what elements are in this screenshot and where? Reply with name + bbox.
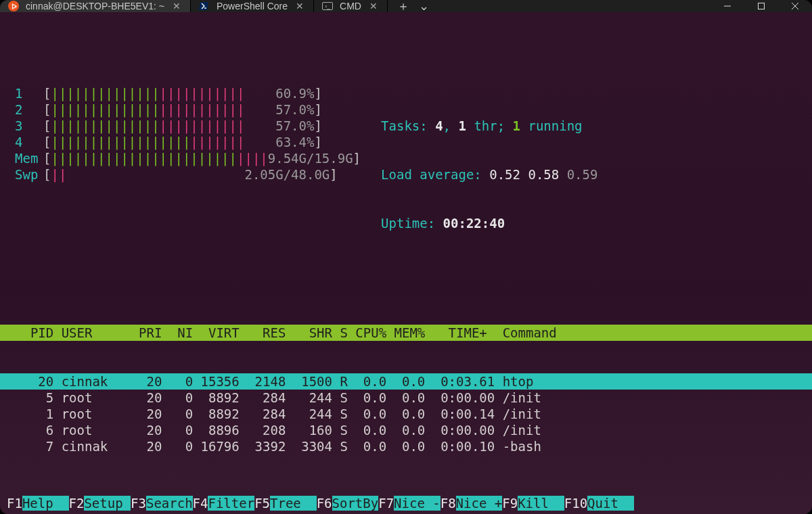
svg-point-1 [15, 5, 16, 7]
fkey[interactable]: F3 [131, 496, 146, 511]
process-list: 20 cinnak 20 0 15356 2148 1500 R 0.0 0.0… [0, 373, 812, 454]
fkey[interactable]: F5 [254, 496, 270, 511]
process-row[interactable]: 1 root 20 0 8892 284 244 S 0.0 0.0 0:00.… [0, 406, 812, 422]
minimize-button[interactable] [710, 0, 744, 12]
tab-label: PowerShell Core [217, 1, 288, 11]
fkey-label[interactable]: Kill [518, 496, 564, 511]
fkey-label[interactable]: Quit [587, 496, 634, 511]
cpu-meter: 3 [||||||||||||||||||||||||| 57.0%] [15, 118, 361, 134]
cmd-icon: ›_ [322, 2, 333, 10]
process-row[interactable]: 6 root 20 0 8896 208 160 S 0.0 0.0 0:00.… [0, 422, 812, 438]
terminal-body[interactable]: 1 [||||||||||||||||||||||||| 60.9%]2 [||… [0, 12, 812, 514]
maximize-button[interactable] [744, 0, 778, 12]
close-button[interactable] [778, 0, 812, 12]
tab-dropdown-button[interactable]: ⌄ [419, 0, 429, 12]
tab-close-icon[interactable]: ✕ [296, 1, 304, 11]
fkey[interactable]: F10 [564, 496, 587, 511]
mem-meter: Mem[||||||||||||||||||||||||||||9.54G/15… [15, 150, 361, 166]
window-controls [710, 0, 812, 12]
tab[interactable]: ›_CMD✕ [314, 0, 388, 12]
titlebar: cinnak@DESKTOP-BHE5EV1: ~✕PowerShell Cor… [0, 0, 812, 12]
tab-controls: ＋ ⌄ [388, 0, 436, 12]
process-header-row[interactable]: PID USER PRI NI VIRT RES SHR S CPU% MEM%… [0, 325, 812, 341]
fkey-label[interactable]: Setup [84, 496, 131, 511]
fkey-bar: F1Help F2Setup F3SearchF4FilterF5Tree F6… [0, 495, 812, 511]
svg-point-3 [12, 7, 13, 9]
cpu-meter: 2 [||||||||||||||||||||||||| 57.0%] [15, 101, 361, 118]
powershell-icon [199, 1, 210, 11]
fkey[interactable]: F4 [193, 496, 208, 511]
fkey-label[interactable]: Tree [270, 496, 317, 511]
tab-strip: cinnak@DESKTOP-BHE5EV1: ~✕PowerShell Cor… [0, 0, 388, 12]
fkey[interactable]: F8 [441, 496, 456, 511]
tab[interactable]: PowerShell Core✕ [191, 0, 314, 12]
cpu-meter: 4 [||||||||||||||||||||||||| 63.4%] [15, 134, 361, 150]
summary-panel: Tasks: 4, 1 thr; 1 running Load average:… [361, 85, 597, 264]
fkey-label[interactable]: Help [22, 496, 69, 511]
terminal-window: cinnak@DESKTOP-BHE5EV1: ~✕PowerShell Cor… [0, 0, 812, 514]
fkey[interactable]: F6 [317, 496, 332, 511]
swp-meter: Swp[|| 2.05G/48.0G] [15, 166, 361, 183]
svg-point-2 [12, 3, 13, 5]
tab-label: cinnak@DESKTOP-BHE5EV1: ~ [26, 1, 164, 11]
fkey[interactable]: F9 [502, 496, 518, 511]
svg-rect-4 [759, 3, 765, 9]
ubuntu-icon [8, 1, 19, 11]
load-line: Load average: 0.52 0.58 0.59 [381, 166, 597, 183]
fkey-label[interactable]: SortBy [332, 496, 379, 511]
tab-close-icon[interactable]: ✕ [173, 1, 181, 11]
fkey[interactable]: F1 [7, 496, 22, 511]
svg-point-0 [12, 5, 16, 8]
process-row[interactable]: 5 root 20 0 8892 284 244 S 0.0 0.0 0:00.… [0, 390, 812, 406]
process-row[interactable]: 7 cinnak 20 0 16796 3392 3304 S 0.0 0.0 … [0, 438, 812, 454]
tab-label: CMD [340, 1, 361, 11]
tab[interactable]: cinnak@DESKTOP-BHE5EV1: ~✕ [0, 0, 191, 12]
fkey[interactable]: F7 [378, 496, 394, 511]
fkey[interactable]: F2 [69, 496, 85, 511]
meters-panel: 1 [||||||||||||||||||||||||| 60.9%]2 [||… [0, 85, 361, 264]
fkey-label[interactable]: Nice - [394, 496, 441, 511]
fkey-label[interactable]: Filter [208, 496, 254, 511]
cpu-meter: 1 [||||||||||||||||||||||||| 60.9%] [15, 85, 361, 101]
tab-close-icon[interactable]: ✕ [369, 1, 378, 11]
fkey-label[interactable]: Search [146, 496, 193, 511]
uptime-line: Uptime: 00:22:40 [381, 215, 597, 231]
tasks-line: Tasks: 4, 1 thr; 1 running [381, 118, 597, 134]
fkey-label[interactable]: Nice + [456, 496, 503, 511]
new-tab-button[interactable]: ＋ [397, 0, 409, 12]
process-row[interactable]: 20 cinnak 20 0 15356 2148 1500 R 0.0 0.0… [0, 373, 812, 390]
